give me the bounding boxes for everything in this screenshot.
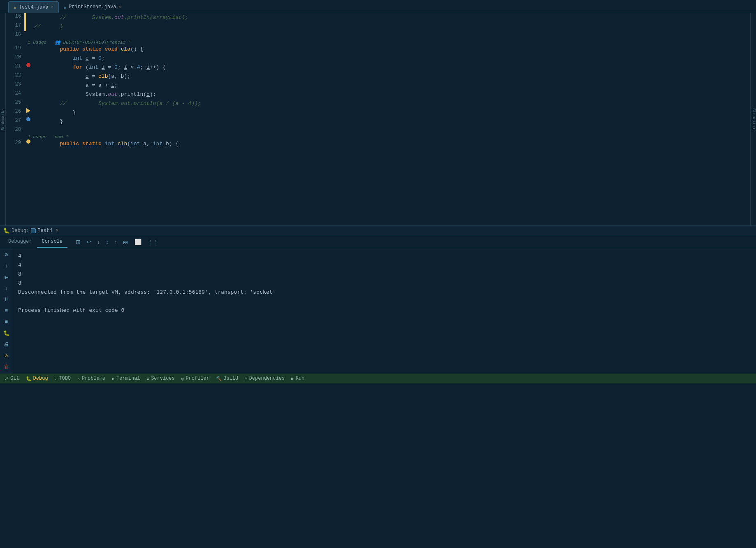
line-ind-26 xyxy=(24,108,32,113)
status-terminal[interactable]: ▶ Terminal xyxy=(112,376,140,381)
line-num-18: 18 xyxy=(6,31,24,37)
breakpoint-27[interactable] xyxy=(26,117,30,121)
status-debug-label: Debug xyxy=(33,376,48,381)
status-services-label: Services xyxy=(151,376,175,381)
step-up-btn[interactable]: ↑ xyxy=(113,238,119,246)
bookmarks-sidebar[interactable]: Bookmarks xyxy=(0,13,6,225)
debug-side-print[interactable]: 🖨 xyxy=(2,341,11,348)
line-content-20[interactable]: int c = 0; xyxy=(32,54,750,63)
line-content-22[interactable]: c = clb(a, b); xyxy=(32,72,750,81)
line-content-24[interactable]: System.out.println(c); xyxy=(32,90,750,99)
debug-side-trash[interactable]: 🗑 xyxy=(2,364,11,370)
line-ind-21 xyxy=(24,63,32,67)
breakpoint-29[interactable] xyxy=(26,139,30,144)
structure-sidebar[interactable]: Structure xyxy=(750,13,756,225)
code-line-28: 28 xyxy=(6,126,750,135)
breakpoint-21[interactable] xyxy=(26,63,30,67)
line-content-26[interactable]: } xyxy=(32,108,750,117)
status-problems[interactable]: ⚠ Problems xyxy=(77,376,105,381)
profiler-icon: ◎ xyxy=(181,376,184,381)
line-num-17: 17 xyxy=(6,22,24,28)
status-debug[interactable]: 🐛 Debug xyxy=(26,376,48,381)
step-over-btn[interactable]: ↩ xyxy=(85,238,93,246)
line-content-17[interactable]: // } xyxy=(32,22,750,31)
debug-side-stop[interactable]: ■ xyxy=(2,319,11,325)
line-content-16[interactable]: // System.out.println(arrayList); xyxy=(32,13,750,22)
debug-side-bug[interactable]: 🐛 xyxy=(2,330,11,337)
line-num-22: 22 xyxy=(6,72,24,78)
status-profiler[interactable]: ◎ Profiler xyxy=(181,376,209,381)
debug-side-wrap[interactable]: ≡ xyxy=(2,308,11,314)
line-content-18[interactable] xyxy=(32,31,750,32)
line-num-29: 29 xyxy=(6,139,24,146)
debug-side-play[interactable]: ▶ xyxy=(2,274,11,281)
layout-btn[interactable]: ⊞ xyxy=(74,238,82,246)
debug-label: Debug: xyxy=(12,228,29,234)
tab-printstream-label: PrintStream.java xyxy=(69,4,116,10)
console-line-2: 4 xyxy=(18,260,751,269)
debug-side-up[interactable]: ↑ xyxy=(2,263,11,269)
status-problems-label: Problems xyxy=(82,376,106,381)
debug-container: ⚙ ↑ ▶ ↓ ⏸ ≡ ■ 🐛 🖨 ⊙ 🗑 ··· 4 4 8 8 Discon… xyxy=(0,248,756,374)
line-content-21[interactable]: for (int i = 0; i < 4; i++) { xyxy=(32,63,750,72)
run-cursor-btn[interactable]: ⏭ xyxy=(121,238,130,246)
tab-test4-close[interactable]: × xyxy=(51,5,53,9)
eval-btn[interactable]: ⬜ xyxy=(133,238,143,246)
red-arrow-26 xyxy=(26,108,30,113)
status-git[interactable]: ⎇ Git xyxy=(3,376,19,381)
debug-close-btn[interactable]: × xyxy=(56,228,58,234)
line-num-24: 24 xyxy=(6,90,24,96)
line-num-27: 27 xyxy=(6,117,24,123)
status-build-label: Build xyxy=(223,376,238,381)
usage-hint-19: 1 usage 👥 DESKTOP-OC0T4C0\Franciz * xyxy=(28,39,131,45)
tab-printstream[interactable]: ☕ PrintStream.java × xyxy=(59,1,126,13)
tab-console[interactable]: Console xyxy=(37,236,67,248)
code-line-27: 27 } xyxy=(6,117,750,126)
code-line-19: 19 public static void cla() { xyxy=(6,45,750,54)
customize-btn[interactable]: ⋮⋮ xyxy=(146,238,160,246)
java-icon-printstream: ☕ xyxy=(64,5,67,10)
debug-tab-bar: Debugger Console xyxy=(0,236,71,248)
debug-tab-toolbar-row: Debugger Console ⊞ ↩ ↓ ↕ ↑ ⏭ ⬜ ⋮⋮ xyxy=(0,236,756,248)
step-out-btn[interactable]: ↕ xyxy=(104,238,110,246)
usage-hint-29: 1 usage new * xyxy=(28,135,68,139)
line-num-25: 25 xyxy=(6,99,24,105)
line-content-23[interactable]: a = a + i; xyxy=(32,81,750,90)
console-line-4: 8 xyxy=(18,279,751,288)
line-content-25[interactable]: // System.out.println(a / (a - 4)); xyxy=(32,99,750,108)
code-line-16: 16 // System.out.println(arrayList); xyxy=(6,13,750,22)
step-into-btn[interactable]: ↓ xyxy=(95,238,102,246)
debug-side-down[interactable]: ↓ xyxy=(2,286,11,292)
tab-test4-label: Test4.java xyxy=(19,5,49,10)
line-num-21: 21 xyxy=(6,63,24,69)
bookmarks-label: Bookmarks xyxy=(1,108,5,130)
code-editor: 16 // System.out.println(arrayList); 17 … xyxy=(6,13,750,225)
debug-side-circle[interactable]: ⊙ xyxy=(2,353,11,359)
debug-panel: 🐛 Debug: Test4 × Debugger Console ⊞ ↩ ↓ … xyxy=(0,225,756,374)
status-git-label: Git xyxy=(10,376,19,381)
tab-test4[interactable]: ☕ Test4.java × xyxy=(8,1,59,13)
line-content-29[interactable]: public static int clb(int a, int b) { xyxy=(32,139,750,149)
structure-label: Structure xyxy=(751,108,756,130)
console-output: 4 4 8 8 Disconnected from the target VM,… xyxy=(13,248,756,374)
debug-side-pause[interactable]: ⏸ xyxy=(2,297,11,303)
status-todo[interactable]: ☑ TODO xyxy=(55,376,71,381)
code-lines: 16 // System.out.println(arrayList); 17 … xyxy=(6,13,750,225)
status-dependencies[interactable]: ⊞ Dependencies xyxy=(245,376,285,381)
line-content-27[interactable]: } xyxy=(32,117,750,126)
code-line-20: 20 int c = 0; xyxy=(6,54,750,63)
status-services[interactable]: ⚙ Services xyxy=(147,376,175,381)
tab-printstream-close[interactable]: × xyxy=(119,5,121,9)
line-num-20: 20 xyxy=(6,54,24,60)
status-build[interactable]: 🔨 Build xyxy=(216,376,238,381)
debug-side-settings[interactable]: ⚙ xyxy=(2,251,11,258)
code-line-21: 21 for (int i = 0; i < 4; i++) { xyxy=(6,63,750,72)
tab-debugger[interactable]: Debugger xyxy=(3,236,37,248)
line-ind-27 xyxy=(24,117,32,121)
status-run[interactable]: ▶ Run xyxy=(291,376,304,381)
line-content-19[interactable]: public static void cla() { xyxy=(32,45,750,54)
code-line-24: 24 System.out.println(c); xyxy=(6,90,750,99)
terminal-icon: ▶ xyxy=(112,376,115,381)
debug-left-sidebar: ⚙ ↑ ▶ ↓ ⏸ ≡ ■ 🐛 🖨 ⊙ 🗑 ··· xyxy=(0,248,13,374)
line-content-28[interactable] xyxy=(32,126,750,127)
